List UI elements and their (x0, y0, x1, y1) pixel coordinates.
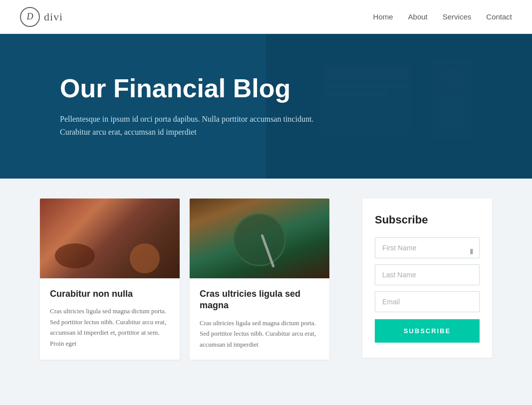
subscribe-button[interactable]: SUBSCRIBE (375, 319, 480, 343)
subscribe-title: Subscribe (375, 213, 480, 226)
main-nav: Home About Services Contact (373, 12, 512, 21)
card-2-text: Cras ultricies ligula sed magna dictum p… (200, 318, 319, 350)
first-name-input[interactable] (375, 237, 480, 258)
card-1-title: Curabitur non nulla (50, 288, 170, 300)
card-1-text: Cras ultricies ligula sed magna dictum p… (50, 306, 170, 349)
logo[interactable]: D divi (20, 7, 63, 27)
hero-description: Pellentesque in ipsum id orci porta dapi… (60, 113, 334, 138)
main-content: Curabitur non nulla Cras ultricies ligul… (0, 179, 532, 390)
logo-letter: D (27, 11, 33, 22)
svg-rect-4 (432, 59, 472, 139)
card-1-image (40, 199, 180, 278)
hero-section: Our Financial Blog Pellentesque in ipsum… (0, 34, 532, 179)
hero-content: Our Financial Blog Pellentesque in ipsum… (60, 74, 384, 138)
logo-icon: D (20, 7, 40, 27)
svg-point-5 (442, 69, 462, 89)
nav-contact[interactable]: Contact (486, 12, 512, 21)
card-2-image (190, 199, 329, 278)
last-name-input[interactable] (375, 264, 480, 285)
sidebar: Subscribe ▮ SUBSCRIBE (362, 199, 492, 358)
email-input[interactable] (375, 291, 480, 312)
input-icon: ▮ (470, 247, 474, 255)
logo-brand: divi (44, 10, 63, 23)
blog-cards-area: Curabitur non nulla Cras ultricies ligul… (40, 199, 347, 360)
first-name-wrapper: ▮ (375, 237, 480, 264)
card-1-body: Curabitur non nulla Cras ultricies ligul… (40, 278, 180, 359)
site-header: D divi Home About Services Contact (0, 0, 532, 34)
card-2-body: Cras ultricies ligula sed magna Cras ult… (190, 278, 329, 360)
nav-home[interactable]: Home (373, 12, 393, 21)
svg-rect-6 (442, 94, 462, 129)
hero-title: Our Financial Blog (60, 74, 384, 103)
nav-services[interactable]: Services (443, 12, 472, 21)
card-2-title: Cras ultricies ligula sed magna (200, 288, 319, 312)
nav-about[interactable]: About (408, 12, 428, 21)
blog-card-1: Curabitur non nulla Cras ultricies ligul… (40, 199, 180, 360)
blog-card-2: Cras ultricies ligula sed magna Cras ult… (190, 199, 329, 360)
subscribe-box: Subscribe ▮ SUBSCRIBE (362, 199, 492, 358)
